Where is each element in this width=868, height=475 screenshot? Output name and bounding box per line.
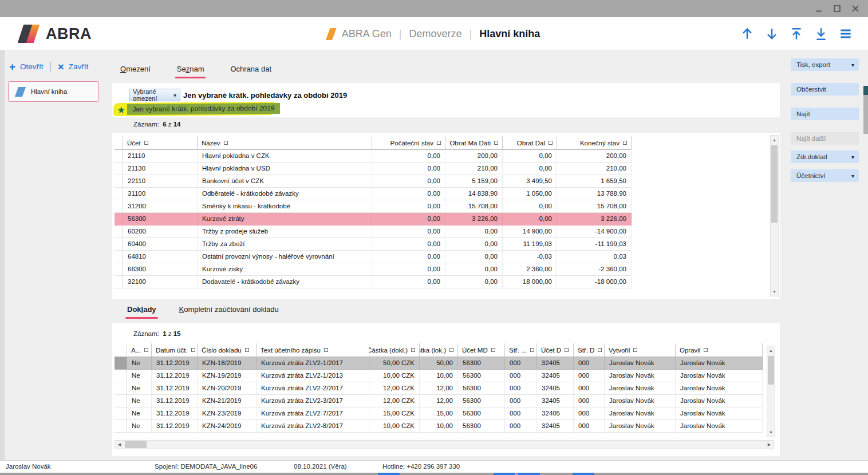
- table-row[interactable]: 60400 Tržby za zboží 0,00 0,00 11 199,03…: [115, 238, 632, 251]
- column-header-str-md[interactable]: Stř. ...: [505, 343, 537, 357]
- debit-cell: 0,00: [445, 225, 503, 238]
- table-row[interactable]: 32100 Dodavatelé - krátkodobé závazky 0,…: [115, 276, 632, 288]
- book-slash-icon: [15, 87, 26, 97]
- name-cell: Tržby za zboží: [198, 238, 372, 251]
- side-button[interactable]: Tisk, export ▾: [791, 58, 859, 71]
- table-row[interactable]: Ne 31.12.2019 KZN-21/2019 Kurzová ztráta…: [115, 395, 763, 407]
- side-button[interactable]: Účetnictví ▾: [791, 169, 859, 182]
- amount-doc-cell: 15,00 CZK: [369, 407, 420, 420]
- column-header-castka-lok[interactable]: Částka (lok.): [420, 343, 458, 357]
- minimize-icon[interactable]: [814, 4, 823, 13]
- arrow-to-top-icon[interactable]: [789, 26, 804, 41]
- column-header-ucet-md[interactable]: Účet MD: [458, 343, 505, 357]
- open-book-button[interactable]: Otevřít: [20, 62, 44, 71]
- tab[interactable]: Ochrana dat: [230, 65, 271, 73]
- column-header-cislo-dokladu[interactable]: Číslo dokladu: [198, 343, 257, 357]
- table-row[interactable]: 56300 Kurzové ztráty 0,00 3 226,00 0,00 …: [115, 213, 632, 225]
- menu-icon[interactable]: [838, 26, 853, 41]
- column-header-text-zapisu[interactable]: Text účetního zápisu: [257, 343, 369, 357]
- documents-horizontal-scrollbar[interactable]: ◀ ▶: [115, 440, 774, 449]
- amount-loc-cell: 12,00: [420, 382, 458, 395]
- arrow-up-icon[interactable]: [740, 26, 755, 41]
- column-header-pocatecni-stav[interactable]: Počáteční stav: [372, 136, 445, 150]
- limit-dropdown[interactable]: Vybrané omezení ▾: [129, 89, 180, 101]
- documents-vertical-scrollbar[interactable]: ▲ ▼: [767, 346, 775, 437]
- sidebar-item-hlavni-kniha[interactable]: Hlavní kniha: [8, 81, 99, 102]
- column-header-datum-uct[interactable]: Datum účt.: [152, 343, 198, 357]
- name-cell: Hlavní pokladna v USD: [198, 163, 372, 175]
- selected-filter-item[interactable]: ★ Jen vybrané krátk. pohledávky za obdob…: [113, 102, 275, 116]
- amount-loc-cell: 10,00: [420, 370, 458, 382]
- table-row[interactable]: 31200 Směnky k inkasu - krátkodobé 0,00 …: [115, 200, 632, 213]
- ledger-vertical-scrollbar[interactable]: ▲ ▼: [770, 135, 779, 296]
- modified-by-cell: Jaroslav Novák: [676, 395, 763, 407]
- documents-panel: Záznam: 1 z 15 A... Datum účt. Číslo dok…: [112, 323, 780, 456]
- scroll-down-icon[interactable]: ▼: [770, 287, 779, 296]
- arrow-down-icon[interactable]: [764, 26, 779, 41]
- scrollbar-thumb[interactable]: [125, 441, 147, 448]
- taskbar-edge: [0, 473, 868, 475]
- close-book-button[interactable]: Zavřít: [69, 62, 89, 71]
- close-icon[interactable]: [851, 4, 860, 13]
- final-balance-cell: -2 360,00: [557, 263, 632, 276]
- filter-square-icon: [598, 348, 602, 352]
- table-row[interactable]: 22110 Bankovní účet v CZK 0,00 5 159,00 …: [115, 175, 632, 188]
- tab[interactable]: Doklady: [127, 305, 156, 314]
- column-header-ucet-d[interactable]: Účet D: [537, 343, 574, 357]
- column-header-opravil[interactable]: Opravil: [676, 343, 763, 357]
- column-header-konecny-stav[interactable]: Konečný stav: [557, 136, 632, 150]
- side-button[interactable]: Najít další ▾: [791, 132, 859, 145]
- column-header-obrat-dal[interactable]: Obrat Dal: [503, 136, 557, 150]
- edition-label: Demoverze: [409, 28, 461, 40]
- table-row[interactable]: 66300 Kurzové zisky 0,00 0,00 2 360,00 -…: [115, 263, 632, 276]
- column-header-a[interactable]: A...: [127, 343, 152, 357]
- filter-panel: Vybrané omezení ▾ Jen vybrané krátk. poh…: [112, 83, 780, 117]
- tab[interactable]: Kompletní zaúčtování dokladu: [179, 305, 279, 314]
- table-row[interactable]: 31100 Odběratelé - krátkodobé závazky 0,…: [115, 188, 632, 200]
- column-header-ucet[interactable]: Účet: [123, 136, 198, 150]
- maximize-icon[interactable]: [833, 4, 842, 13]
- scrollbar-thumb[interactable]: [768, 356, 774, 385]
- scroll-up-icon[interactable]: ▲: [767, 346, 775, 355]
- tab[interactable]: Omezení: [120, 65, 151, 73]
- table-row[interactable]: Ne 31.12.2019 KZN-20/2019 Kurzová ztráta…: [115, 382, 763, 395]
- account-cell: 31100: [123, 188, 198, 200]
- scroll-right-icon[interactable]: ▶: [765, 440, 774, 449]
- column-header-vytvoril[interactable]: Vytvořil: [605, 343, 676, 357]
- table-row[interactable]: 60200 Tržby z prodeje služeb 0,00 0,00 1…: [115, 225, 632, 238]
- scroll-down-icon[interactable]: ▼: [767, 428, 775, 437]
- side-button[interactable]: Zdr.doklad ▾: [791, 151, 859, 163]
- account-d-cell: 32405: [537, 407, 574, 420]
- side-button[interactable]: Občerstvit ▾: [791, 83, 859, 96]
- scroll-left-icon[interactable]: ◀: [115, 440, 124, 449]
- tab[interactable]: Seznam: [177, 65, 204, 73]
- created-by-cell: Jaroslav Novák: [605, 395, 676, 407]
- row-indicator-cell: [115, 188, 123, 200]
- row-indicator-cell: [115, 213, 123, 225]
- table-row[interactable]: Ne 31.12.2019 KZN-19/2019 Kurzová ztráta…: [115, 370, 763, 382]
- account-d-cell: 32405: [537, 357, 574, 370]
- table-row[interactable]: 64810 Ostatní provozní výnosy - haléřové…: [115, 251, 632, 263]
- table-row[interactable]: Ne 31.12.2019 KZN-23/2019 Kurzová ztráta…: [115, 407, 763, 420]
- center-md-cell: 000: [505, 382, 537, 395]
- row-indicator-cell: [115, 382, 127, 395]
- status-date: 08.10.2021 (Věra): [294, 463, 347, 470]
- account-md-cell: 56300: [458, 407, 505, 420]
- column-header-str-d[interactable]: Stř. D: [574, 343, 605, 357]
- initial-balance-cell: 0,00: [372, 263, 445, 276]
- table-row[interactable]: 21110 Hlavní pokladna v CZK 0,00 200,00 …: [115, 150, 632, 163]
- center-d-cell: 000: [574, 407, 605, 420]
- column-header-nazev[interactable]: Název: [198, 136, 372, 150]
- table-row[interactable]: 21130 Hlavní pokladna v USD 0,00 210,00 …: [115, 163, 632, 175]
- table-row[interactable]: Ne 31.12.2019 KZN-18/2019 Kurzová ztráta…: [115, 357, 763, 370]
- account-cell: 60200: [123, 225, 198, 238]
- column-header-castka-dokl[interactable]: Částka (dokl.): [369, 343, 420, 357]
- status-hotline: Hotline: +420 296 397 330: [382, 463, 460, 470]
- scrollbar-thumb[interactable]: [771, 145, 778, 223]
- scroll-up-icon[interactable]: ▲: [770, 136, 779, 144]
- arrow-to-bottom-icon[interactable]: [814, 26, 828, 41]
- column-header-obrat-ma-dati[interactable]: Obrat Má Dáti: [445, 136, 503, 150]
- filter-square-icon: [411, 348, 415, 352]
- table-row[interactable]: Ne 31.12.2019 KZN-24/2019 Kurzová ztráta…: [115, 420, 763, 433]
- side-button[interactable]: Najít ▾: [791, 108, 859, 120]
